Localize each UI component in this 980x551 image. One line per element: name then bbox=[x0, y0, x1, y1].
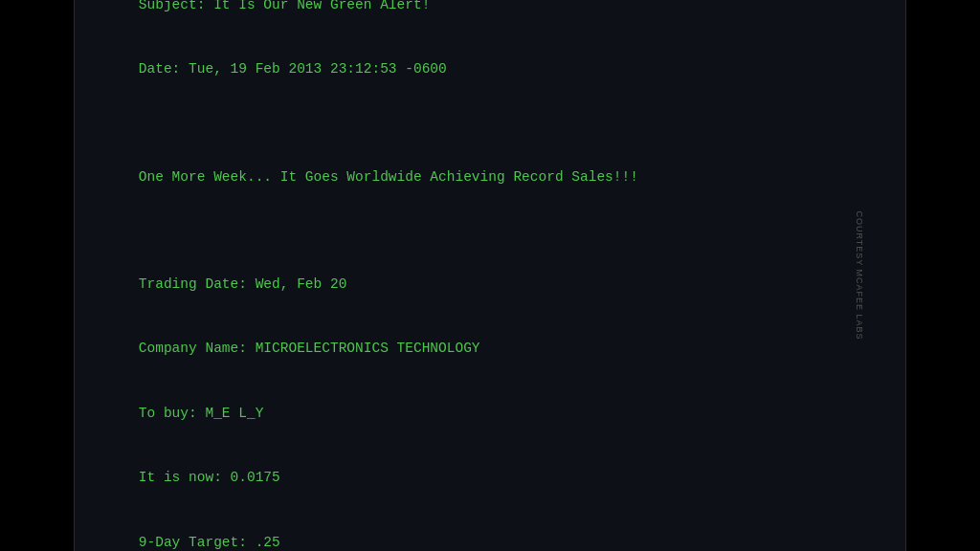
email-date: Date: Tue, 19 Feb 2013 23:12:53 -0600 bbox=[139, 61, 447, 77]
email-it-is-now: It is now: 0.0175 bbox=[139, 470, 280, 485]
email-body-line1: One More Week... It Goes Worldwide Achie… bbox=[139, 169, 638, 185]
email-trading-date: Trading Date: Wed, Feb 20 bbox=[139, 276, 347, 292]
email-company-name: Company Name: MICROELECTRONICS TECHNOLOG… bbox=[139, 341, 480, 356]
email-to-buy: To buy: M_E L_Y bbox=[139, 406, 264, 421]
email-nine-day-target: 9-Day Target: .25 bbox=[139, 535, 280, 550]
watermark-text: COURTESY MCAFEE LABS bbox=[851, 210, 864, 340]
email-subject: Subject: It Is Our New Green Alert! bbox=[139, 0, 431, 12]
email-content: From: "Lewis Ellis" <wxxxxxxxxr@pxxxa.xx… bbox=[105, 0, 875, 551]
email-display: From: "Lewis Ellis" <wxxxxxxxxr@pxxxa.xx… bbox=[74, 0, 906, 551]
